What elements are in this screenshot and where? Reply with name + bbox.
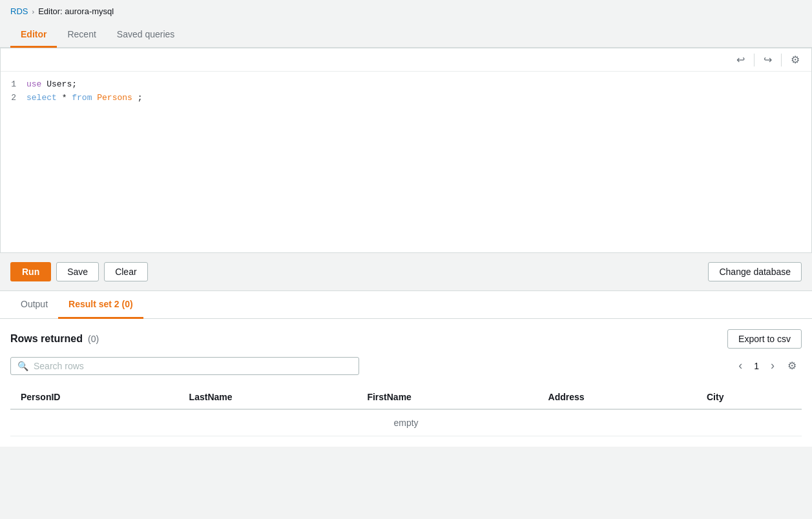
rows-returned-header: Rows returned (0) Export to csv bbox=[10, 329, 802, 349]
table-gear-icon bbox=[787, 360, 796, 371]
page-settings-button[interactable] bbox=[782, 357, 802, 374]
tab-recent[interactable]: Recent bbox=[57, 23, 106, 48]
pagination: 1 bbox=[733, 356, 802, 375]
code-text: Users; bbox=[47, 79, 77, 89]
redo-icon bbox=[764, 54, 772, 65]
chevron-right-icon bbox=[771, 360, 775, 371]
breadcrumb-rds-link[interactable]: RDS bbox=[10, 6, 28, 16]
undo-button[interactable] bbox=[733, 52, 749, 67]
keyword-use: use bbox=[26, 79, 41, 89]
tab-output[interactable]: Output bbox=[10, 291, 58, 319]
keyword-from: from bbox=[72, 93, 92, 103]
line-number-2: 2 bbox=[1, 92, 26, 105]
rows-returned-title: Rows returned bbox=[10, 333, 83, 345]
table-empty-row: empty bbox=[10, 409, 802, 436]
code-line-2: 2 select * from Persons ; bbox=[1, 92, 811, 105]
col-first-name: FirstName bbox=[357, 385, 537, 409]
line-content-2: select * from Persons ; bbox=[26, 92, 811, 105]
col-address: Address bbox=[538, 385, 696, 409]
editor-settings-button[interactable] bbox=[787, 52, 804, 67]
action-bar: Run Save Clear Change database bbox=[0, 253, 812, 291]
table-name: Persons bbox=[97, 93, 132, 103]
clear-button[interactable]: Clear bbox=[104, 262, 147, 281]
results-tabs: Output Result set 2 (0) bbox=[0, 291, 812, 319]
gear-icon bbox=[791, 54, 800, 65]
page-next-button[interactable] bbox=[765, 356, 780, 375]
code-semicolon: ; bbox=[138, 93, 143, 103]
export-csv-button[interactable]: Export to csv bbox=[727, 329, 802, 349]
run-button[interactable]: Run bbox=[10, 262, 51, 281]
col-city: City bbox=[696, 385, 802, 409]
chevron-left-icon bbox=[738, 360, 742, 371]
empty-message: empty bbox=[10, 409, 802, 436]
breadcrumb-current: Editor: aurora-mysql bbox=[38, 6, 114, 16]
page-prev-button[interactable] bbox=[733, 356, 747, 375]
redo-button[interactable] bbox=[760, 52, 776, 67]
rows-count-badge: (0) bbox=[88, 334, 99, 344]
results-container: Output Result set 2 (0) Rows returned (0… bbox=[0, 291, 812, 447]
table-header-row: PersonID LastName FirstName Address City bbox=[10, 385, 802, 409]
col-person-id: PersonID bbox=[10, 385, 179, 409]
toolbar-divider-2 bbox=[781, 54, 782, 66]
editor-container: 1 use Users; 2 select * from Persons ; bbox=[0, 48, 812, 253]
code-line-1: 1 use Users; bbox=[1, 78, 811, 92]
col-last-name: LastName bbox=[179, 385, 357, 409]
line-number-1: 1 bbox=[1, 78, 26, 92]
breadcrumb: RDS Editor: aurora-mysql bbox=[0, 0, 812, 23]
tab-result-set[interactable]: Result set 2 (0) bbox=[58, 291, 143, 319]
change-database-button[interactable]: Change database bbox=[708, 262, 802, 281]
search-icon: 🔍 bbox=[17, 361, 28, 371]
breadcrumb-separator bbox=[32, 8, 34, 15]
toolbar-divider bbox=[754, 54, 755, 66]
line-content-1: use Users; bbox=[26, 78, 811, 92]
tab-editor[interactable]: Editor bbox=[10, 23, 57, 48]
search-rows-input[interactable] bbox=[34, 361, 352, 371]
results-body: Rows returned (0) Export to csv 🔍 1 bbox=[0, 319, 812, 447]
page-number: 1 bbox=[750, 361, 763, 371]
editor-toolbar bbox=[1, 48, 811, 72]
top-tabs: Editor Recent Saved queries bbox=[0, 23, 812, 48]
save-button[interactable]: Save bbox=[56, 262, 99, 281]
code-star: * bbox=[62, 93, 72, 103]
search-box: 🔍 bbox=[10, 357, 359, 375]
keyword-select: select bbox=[26, 93, 57, 103]
results-table: PersonID LastName FirstName Address City… bbox=[10, 385, 802, 436]
code-editor[interactable]: 1 use Users; 2 select * from Persons ; bbox=[1, 72, 811, 252]
search-row: 🔍 1 bbox=[10, 356, 802, 375]
tab-saved-queries[interactable]: Saved queries bbox=[107, 23, 185, 48]
undo-icon bbox=[736, 54, 745, 65]
